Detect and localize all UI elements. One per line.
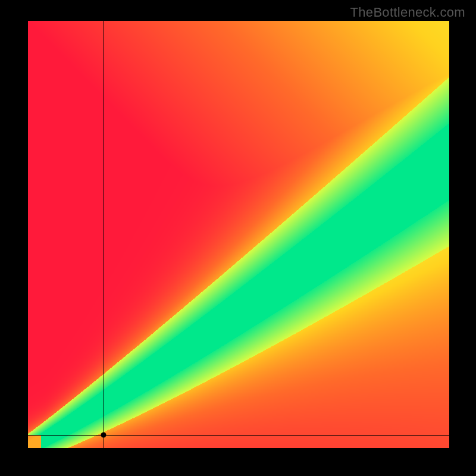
heatmap-plot	[28, 21, 449, 448]
crosshair-vertical	[104, 21, 104, 448]
heatmap-canvas	[28, 21, 449, 448]
crosshair-marker	[101, 433, 107, 438]
crosshair-horizontal	[28, 435, 449, 436]
watermark-text: TheBottleneck.com	[350, 5, 465, 20]
